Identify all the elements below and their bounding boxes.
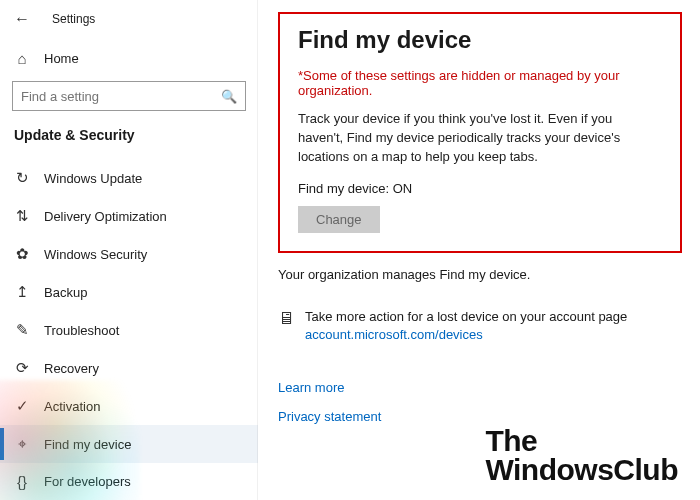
watermark-line1: The xyxy=(485,424,537,457)
sidebar-item-troubleshoot[interactable]: ✎Troubleshoot xyxy=(0,311,258,349)
back-icon[interactable]: ← xyxy=(10,8,34,30)
sidebar-item-find-my-device[interactable]: ⌖Find my device xyxy=(0,425,258,463)
page-title: Find my device xyxy=(298,26,660,54)
action-link[interactable]: account.microsoft.com/devices xyxy=(305,327,483,342)
sidebar-item-label: For developers xyxy=(44,474,131,489)
sidebar-item-activation-icon: ✓ xyxy=(14,397,30,415)
org-manages-text: Your organization manages Find my device… xyxy=(278,267,682,282)
sidebar-item-label: Troubleshoot xyxy=(44,323,119,338)
sidebar-item-label: Backup xyxy=(44,285,87,300)
sidebar-item-label: Recovery xyxy=(44,361,99,376)
sidebar-item-windows-update[interactable]: ↻Windows Update xyxy=(0,159,258,197)
app-title: Settings xyxy=(52,12,95,26)
sidebar-item-find-my-device-icon: ⌖ xyxy=(14,435,30,453)
search-input[interactable]: 🔍 xyxy=(12,81,246,111)
sidebar-section-title: Update & Security xyxy=(0,121,258,153)
org-warning-text: *Some of these settings are hidden or ma… xyxy=(298,68,660,98)
sidebar-item-home[interactable]: ⌂ Home xyxy=(0,42,258,75)
change-button: Change xyxy=(298,206,380,233)
status-text: Find my device: ON xyxy=(298,181,660,196)
description-text: Track your device if you think you've lo… xyxy=(298,110,660,167)
search-icon: 🔍 xyxy=(221,89,237,104)
sidebar-item-label: Home xyxy=(44,51,79,66)
sidebar: ← Settings ⌂ Home 🔍 Update & Security ↻W… xyxy=(0,0,258,500)
sidebar-nav: ↻Windows Update⇅Delivery Optimization✿Wi… xyxy=(0,159,258,500)
device-action-icon: 🖥 xyxy=(278,309,295,329)
sidebar-item-backup[interactable]: ↥Backup xyxy=(0,273,258,311)
highlighted-region: Find my device *Some of these settings a… xyxy=(278,12,682,253)
action-row: 🖥 Take more action for a lost device on … xyxy=(278,308,682,344)
sidebar-item-recovery[interactable]: ⟳Recovery xyxy=(0,349,258,387)
watermark-line2: WindowsClub xyxy=(485,453,678,486)
watermark: The WindowsClub xyxy=(485,427,678,484)
sidebar-item-windows-security-icon: ✿ xyxy=(14,245,30,263)
sidebar-item-label: Windows Update xyxy=(44,171,142,186)
sidebar-item-for-developers[interactable]: {}For developers xyxy=(0,463,258,500)
sidebar-item-windows-update-icon: ↻ xyxy=(14,169,30,187)
sidebar-item-recovery-icon: ⟳ xyxy=(14,359,30,377)
main-panel: Find my device *Some of these settings a… xyxy=(258,0,700,500)
sidebar-item-troubleshoot-icon: ✎ xyxy=(14,321,30,339)
sidebar-item-windows-security[interactable]: ✿Windows Security xyxy=(0,235,258,273)
sidebar-item-delivery-optimization[interactable]: ⇅Delivery Optimization xyxy=(0,197,258,235)
privacy-link[interactable]: Privacy statement xyxy=(278,409,682,424)
sidebar-item-activation[interactable]: ✓Activation xyxy=(0,387,258,425)
sidebar-item-delivery-optimization-icon: ⇅ xyxy=(14,207,30,225)
sidebar-item-for-developers-icon: {} xyxy=(14,473,30,490)
search-field[interactable] xyxy=(21,89,201,104)
sidebar-item-backup-icon: ↥ xyxy=(14,283,30,301)
sidebar-item-label: Activation xyxy=(44,399,100,414)
sidebar-item-label: Find my device xyxy=(44,437,131,452)
sidebar-item-label: Delivery Optimization xyxy=(44,209,167,224)
action-text: Take more action for a lost device on yo… xyxy=(305,309,627,324)
home-icon: ⌂ xyxy=(14,50,30,67)
sidebar-item-label: Windows Security xyxy=(44,247,147,262)
learn-more-link[interactable]: Learn more xyxy=(278,380,682,395)
